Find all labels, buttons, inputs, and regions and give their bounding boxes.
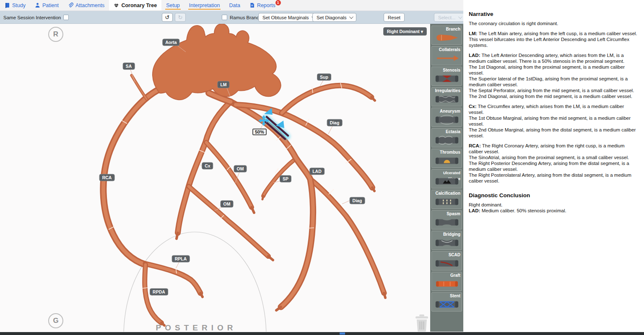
vessel-label-lm[interactable]: LM — [217, 81, 229, 88]
reports-badge: 1 — [275, 0, 281, 5]
interpretation-underline — [188, 9, 221, 10]
setup-underline — [165, 9, 181, 10]
vessel-label-cx[interactable]: Cx — [202, 162, 213, 170]
tool-irregularities[interactable]: Irregularities — [431, 87, 462, 106]
set-diagonals-dropdown[interactable]: Set Diagonals — [312, 13, 356, 22]
scad-icon — [434, 258, 460, 269]
ramus-branch-checkbox[interactable] — [222, 15, 227, 20]
marker-r: R — [48, 27, 63, 42]
thrombus-icon — [434, 155, 460, 166]
stenosis-value-label[interactable]: 50% — [252, 129, 267, 135]
undo-button[interactable]: ↺ — [162, 13, 173, 22]
tool-ectasia[interactable]: Ectasia — [431, 128, 462, 147]
stent-icon — [434, 299, 460, 310]
tool-scad[interactable]: SCAD — [431, 251, 462, 271]
tool-collaterals[interactable]: Collaterals — [431, 46, 462, 65]
ramus-branch-label: Ramus Branch — [230, 15, 262, 20]
graft-icon — [434, 278, 460, 289]
vessel-label-rpda[interactable]: RPDA — [150, 289, 168, 296]
spasm-icon — [434, 217, 460, 228]
nav-study[interactable]: Study — [0, 0, 30, 10]
vessel-label-sa[interactable]: SA — [123, 63, 135, 70]
select-dropdown[interactable]: Select... — [434, 13, 465, 22]
aneurysm-icon — [434, 114, 460, 125]
vessel-label-lad[interactable]: LAD — [309, 168, 325, 175]
tool-aneurysm[interactable]: Aneurysm — [431, 108, 462, 127]
coronary-tree-svg[interactable] — [0, 24, 430, 332]
set-obtuse-marginals-dropdown[interactable]: Set Obtuse Marginals — [258, 13, 319, 22]
vessel-label-diag[interactable]: Diag — [327, 119, 343, 126]
nav-coronary-tree[interactable]: Coronary Tree — [109, 0, 161, 10]
diagnostic-conclusion-title: Diagnostic Conclusion — [469, 192, 640, 198]
redo-button[interactable]: ↻ — [175, 13, 186, 22]
reset-button[interactable]: Reset — [384, 13, 405, 22]
branch-icon — [434, 32, 460, 43]
calcification-icon — [434, 196, 460, 207]
vessel-label-diag[interactable]: Diag — [350, 197, 365, 204]
stenosis-icon — [434, 73, 460, 84]
tool-branch[interactable]: Branch — [431, 26, 462, 45]
narrative-title: Narrative — [469, 11, 640, 17]
same-session-checkbox[interactable] — [63, 15, 69, 20]
narrative-section: The coronary circulation is right domina… — [469, 21, 640, 26]
nav-setup[interactable]: Setup — [161, 0, 184, 10]
narrative-panel: Narrative The coronary circulation is ri… — [463, 0, 644, 332]
vessel-label-sup[interactable]: Sup — [317, 74, 331, 81]
tool-calcification[interactable]: Calcification — [431, 190, 462, 209]
vessel-label-rca[interactable]: RCA — [99, 174, 115, 181]
tool-bridging[interactable]: Bridging — [431, 231, 462, 250]
tool-stenosis[interactable]: Stenosis — [431, 67, 462, 86]
bridging-icon — [434, 237, 460, 248]
irregularities-icon — [434, 94, 460, 105]
marker-g: G — [48, 313, 63, 328]
vessel-label-sp[interactable]: SP — [280, 175, 291, 183]
chevron-down-icon — [458, 15, 462, 19]
trash-icon[interactable] — [414, 314, 429, 332]
patient-icon — [35, 3, 40, 8]
reports-icon — [249, 3, 255, 8]
same-session-label: Same Session Intervention — [3, 15, 61, 20]
diagnostic-conclusion-body: Right dominant.LAD: Medium caliber. 50% … — [469, 202, 640, 214]
heart-icon — [114, 3, 119, 8]
vessel-aorta[interactable] — [153, 24, 281, 100]
nav-data[interactable]: Data — [224, 0, 244, 10]
vessel-label-om[interactable]: OM — [234, 165, 247, 173]
coronary-toolbar: Same Session Intervention ↺ ↻ Ramus Bran… — [0, 11, 463, 24]
narrative-section: RCA: The Right Coronary Artery, arising … — [469, 143, 640, 184]
narrative-section: LAD: The Left Anterior Descending artery… — [469, 52, 640, 99]
collaterals-icon — [434, 53, 460, 64]
posterior-label: POSTERIOR — [156, 323, 237, 332]
bottom-bar-speck — [340, 332, 345, 335]
bottom-bar — [0, 332, 644, 335]
nav-attachments[interactable]: Attachments — [63, 0, 109, 10]
narrative-section: Cx: The Circumflex artery, which arises … — [469, 103, 640, 139]
nav-interpretation[interactable]: Interpretation — [184, 0, 225, 10]
ectasia-icon — [434, 135, 460, 146]
attachments-icon — [68, 3, 73, 8]
tool-stent[interactable]: Stent — [431, 292, 462, 312]
nav-reports[interactable]: Reports 1 — [245, 0, 280, 10]
nav-patient[interactable]: Patient — [30, 0, 63, 10]
tool-ulcerated-plaque[interactable]: Ulcerated Plaque — [431, 169, 462, 188]
chevron-down-icon — [349, 15, 353, 19]
tool-spasm[interactable]: Spasm — [431, 210, 462, 229]
annotation-palette: Branch Collaterals Stenosis Irregulariti… — [430, 24, 463, 332]
dominance-dropdown[interactable]: Right Dominant ▾ — [383, 27, 427, 36]
tool-thrombus[interactable]: Thrombus — [431, 149, 462, 168]
vessel-label-aorta[interactable]: Aorta — [162, 39, 179, 46]
narrative-section: LM: The Left Main artery, arising from t… — [469, 31, 640, 48]
vessel-label-om[interactable]: OM — [221, 201, 234, 208]
study-icon — [5, 3, 10, 8]
narrative-body: The coronary circulation is right domina… — [469, 21, 640, 184]
coronary-tree-canvas[interactable]: R G POSTERIOR Right Dominant ▾ 50% Aorta… — [0, 24, 430, 332]
vessel-label-rpla[interactable]: RPLA — [172, 255, 190, 263]
tool-graft[interactable]: Graft — [431, 272, 462, 291]
